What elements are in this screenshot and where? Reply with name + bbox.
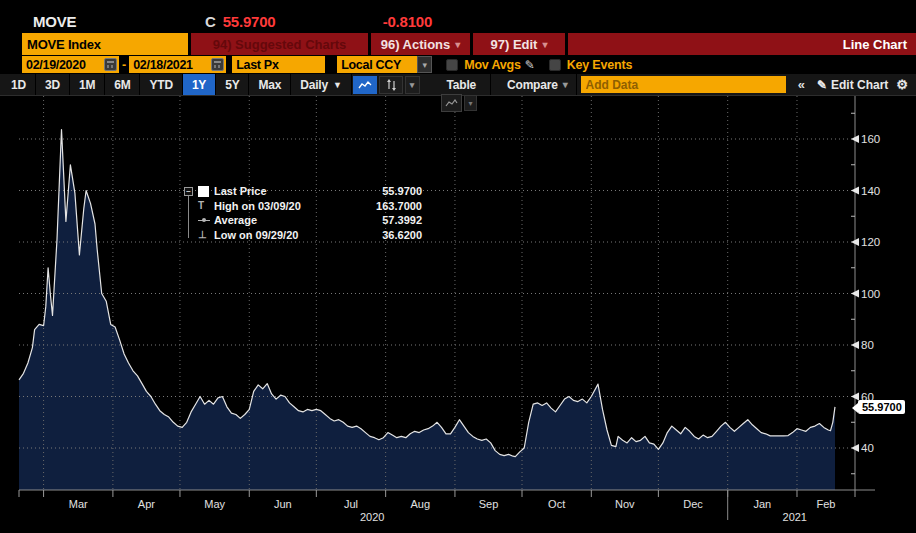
range-tab-5y[interactable]: 5Y: [216, 74, 249, 95]
legend-expander-icon[interactable]: −: [184, 187, 193, 196]
legend-label: Average: [214, 214, 358, 226]
key-events-checkbox[interactable]: [549, 59, 561, 71]
svg-text:Apr: Apr: [138, 498, 155, 510]
legend-value: 36.6200: [358, 229, 422, 241]
calendar-icon[interactable]: [104, 58, 117, 71]
actions-label: 96) Actions: [381, 37, 451, 52]
legend-row[interactable]: Average57.3992: [198, 213, 422, 228]
currency-dropdown-button[interactable]: ▾: [417, 56, 432, 73]
svg-text:2021: 2021: [783, 511, 807, 523]
chart-type-dropdown[interactable]: ▾: [405, 76, 420, 94]
pencil-icon[interactable]: ✎: [525, 58, 535, 72]
calendar-icon[interactable]: [211, 58, 224, 71]
line-chart-icon: [445, 99, 458, 108]
svg-text:Jul: Jul: [344, 498, 358, 510]
compare-label: Compare: [507, 78, 558, 92]
edit-menu[interactable]: 97) Edit ▾: [473, 33, 565, 55]
compare-button[interactable]: Compare ▾: [499, 74, 576, 95]
date-range-dash: -: [122, 58, 126, 72]
caret-down-icon: ▼: [333, 80, 342, 90]
legend-value: 55.9700: [358, 185, 422, 197]
settings-bar: 02/19/2020 - 02/18/2021 Last Px Local CC…: [0, 55, 916, 74]
legend-label: Last Price: [214, 185, 358, 197]
menu-left-spacer: [0, 33, 22, 55]
svg-text:Jun: Jun: [274, 498, 292, 510]
currency-select[interactable]: Local CCY: [337, 56, 417, 73]
legend-label: High on 03/09/20: [214, 200, 358, 212]
legend-value: 57.3992: [358, 214, 422, 226]
ticker-last-price: 55.9700: [223, 13, 341, 30]
legend-value: 163.7000: [358, 200, 422, 212]
ticker-price-type: C: [205, 13, 216, 30]
mov-avgs-checkbox[interactable]: [446, 59, 458, 71]
ticker-change: -0.8100: [383, 13, 432, 30]
range-tab-max[interactable]: Max: [249, 74, 291, 95]
add-data-input[interactable]: [581, 76, 786, 93]
svg-text:Mar: Mar: [69, 498, 88, 510]
caret-down-icon: ▾: [542, 39, 547, 50]
y-axis: 406080100120140160: [851, 96, 880, 490]
security-field[interactable]: MOVE Index: [22, 33, 188, 55]
range-tab-1m[interactable]: 1M: [70, 74, 105, 95]
last-price-badge: 55.9700: [858, 400, 905, 414]
table-button[interactable]: Table: [433, 74, 491, 95]
mov-avgs-label: Mov Avgs: [464, 58, 521, 72]
menu-bar: MOVE Index 94) Suggested Charts 96) Acti…: [0, 33, 916, 55]
date-from-value: 02/19/2020: [26, 58, 86, 72]
range-tab-1y[interactable]: 1Y: [183, 74, 216, 95]
range-tab-ytd[interactable]: YTD: [140, 74, 182, 95]
legend-label: Low on 09/29/20: [214, 229, 358, 241]
chart-style-dropdown[interactable]: ▾: [464, 95, 477, 111]
legend-rows: Last Price55.9700THigh on 03/09/20163.70…: [198, 184, 422, 242]
svg-text:Aug: Aug: [411, 498, 431, 510]
chart-area[interactable]: 406080100120140160 MarAprMayJunJulAugSep…: [0, 96, 916, 533]
ticker-bar: MOVE C 55.9700 -0.8100: [0, 0, 916, 33]
high-marker-icon: T: [198, 200, 214, 211]
period-select[interactable]: Daily ▼: [291, 74, 351, 95]
svg-text:May: May: [204, 498, 225, 510]
axis-settings-button[interactable]: [379, 76, 403, 94]
chart-style-button[interactable]: [441, 94, 462, 112]
range-tabs: 1D3D1M6MYTD1Y5YMax: [2, 74, 291, 95]
gear-icon[interactable]: ⚙: [894, 77, 916, 92]
line-chart-type-button[interactable]: [353, 76, 377, 94]
date-to-field[interactable]: 02/18/2021: [129, 56, 226, 73]
svg-text:40: 40: [861, 442, 874, 454]
period-label: Daily: [300, 78, 328, 92]
caret-down-icon: ▾: [422, 60, 427, 70]
caret-down-icon: ▾: [563, 79, 568, 90]
price-field-select[interactable]: Last Px: [232, 56, 325, 73]
legend-row[interactable]: THigh on 03/09/20163.7000: [198, 199, 422, 214]
caret-down-icon: ▾: [455, 39, 460, 50]
range-tab-3d[interactable]: 3D: [36, 74, 70, 95]
suggested-charts-menu[interactable]: 94) Suggested Charts: [191, 33, 368, 55]
pencil-icon: ✎: [817, 78, 827, 92]
svg-text:Sep: Sep: [479, 498, 499, 510]
edit-label: 97) Edit: [491, 37, 538, 52]
last-price-swatch: [198, 186, 209, 197]
svg-text:Dec: Dec: [683, 498, 703, 510]
edit-chart-button[interactable]: ✎ Edit Chart: [811, 78, 894, 92]
collapse-panel-button[interactable]: «: [792, 77, 811, 92]
legend-row[interactable]: Last Price55.9700: [198, 184, 422, 199]
key-events-label: Key Events: [567, 58, 632, 72]
sort-arrows-icon: [385, 79, 397, 91]
range-tab-1d[interactable]: 1D: [2, 74, 36, 95]
chart-canvas[interactable]: 406080100120140160 MarAprMayJunJulAugSep…: [0, 96, 916, 533]
chart-toolbar: 1D3D1M6MYTD1Y5YMax Daily ▼ ▾ Table Compa…: [0, 74, 916, 96]
caret-down-icon: ▾: [468, 99, 472, 108]
legend-row[interactable]: ⊥Low on 09/29/2036.6200: [198, 228, 422, 243]
range-tab-6m[interactable]: 6M: [105, 74, 140, 95]
svg-text:Nov: Nov: [615, 498, 635, 510]
line-chart-icon: [358, 80, 372, 90]
svg-text:160: 160: [861, 133, 880, 145]
low-marker-icon: ⊥: [198, 229, 214, 240]
svg-text:Jan: Jan: [753, 498, 771, 510]
ticker-symbol: MOVE: [33, 13, 205, 30]
date-from-field[interactable]: 02/19/2020: [22, 56, 119, 73]
date-to-value: 02/18/2021: [133, 58, 193, 72]
chart-legend: − Last Price55.9700THigh on 03/09/20163.…: [184, 184, 422, 242]
actions-menu[interactable]: 96) Actions ▾: [371, 33, 470, 55]
svg-text:80: 80: [861, 339, 874, 351]
edit-chart-label: Edit Chart: [831, 78, 888, 92]
